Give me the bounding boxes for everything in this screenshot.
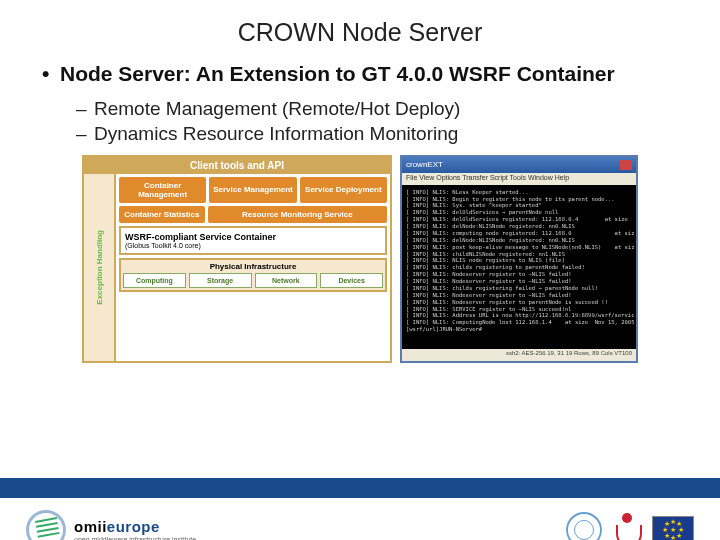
arch-box: Container Management [119, 177, 206, 203]
omii-globe-icon [26, 510, 66, 540]
terminal-titlebar: crownEXT [402, 157, 636, 173]
phys-item: Computing [123, 273, 186, 288]
sub-bullet: Dynamics Resource Information Monitoring [76, 122, 678, 147]
phys-item: Storage [189, 273, 252, 288]
omii-logo-block: omiieurope open middleware infrastructur… [26, 510, 196, 540]
arch-box: Service Management [209, 177, 296, 203]
close-icon[interactable] [620, 160, 632, 170]
wsrf-container-box: WSRF-compliant Service Container (Globus… [119, 226, 387, 255]
main-bullet: Node Server: An Extension to GT 4.0.0 WS… [42, 61, 678, 87]
terminal-menubar[interactable]: File View Options Transfer Script Tools … [402, 173, 636, 185]
arch-box: Service Deployment [300, 177, 387, 203]
slide-title: CROWN Node Server [0, 18, 720, 47]
terminal-window: crownEXT File View Options Transfer Scri… [400, 155, 638, 363]
partner-logo-icon [616, 513, 638, 540]
arch-box: Container Statistics [119, 206, 205, 223]
footer: omiieurope open middleware infrastructur… [0, 502, 720, 540]
arch-header: Client tools and API [84, 157, 390, 174]
university-seal-icon [566, 512, 602, 540]
physical-infra-box: Physical Infrastructure Computing Storag… [119, 258, 387, 292]
terminal-output: [ INFO] NLIS: NLess Keeper started... [ … [404, 187, 634, 347]
arch-box: Resource Monitoring Service [208, 206, 387, 223]
terminal-statusbar: ssh2: AES-256 19, 31 19 Rows, 89 Cols VT… [402, 349, 636, 361]
phys-item: Devices [320, 273, 383, 288]
phys-item: Network [255, 273, 318, 288]
arch-side-label: Exception Handling [84, 174, 116, 361]
architecture-diagram: Client tools and API Exception Handling … [82, 155, 392, 363]
eu-flag-icon [652, 516, 694, 540]
content-area: Node Server: An Extension to GT 4.0.0 WS… [0, 47, 720, 363]
footer-band [0, 478, 720, 498]
sub-bullet: Remote Management (Remote/Hot Deploy) [76, 97, 678, 122]
